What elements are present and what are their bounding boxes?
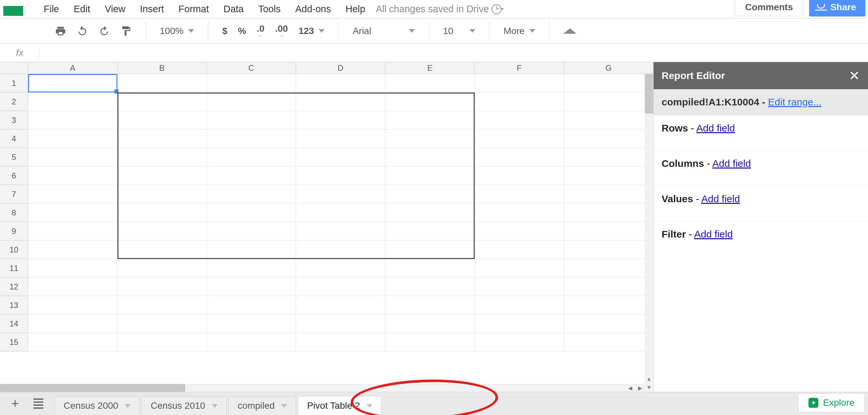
cell[interactable] [207,333,296,352]
cell[interactable] [296,278,385,296]
edit-range-link[interactable]: Edit range... [768,97,822,107]
vertical-scroll-arrows[interactable]: ▲▼ [645,375,653,392]
menu-format[interactable]: Format [172,2,216,16]
cell[interactable] [207,296,296,315]
cell[interactable] [28,130,118,148]
cell[interactable] [564,111,653,130]
cell[interactable] [475,111,564,130]
formula-input[interactable] [40,47,868,58]
sheet-tab-census-2010[interactable]: Census 2010 [142,396,226,415]
cell[interactable] [118,222,207,241]
cell[interactable] [296,130,385,148]
cell[interactable] [564,259,653,278]
share-button[interactable]: Share [809,0,865,16]
cell[interactable] [564,167,653,185]
cell[interactable] [475,148,564,167]
cell[interactable] [296,111,385,130]
paint-format-button[interactable] [115,24,137,39]
cell[interactable] [564,222,653,241]
cell[interactable] [385,259,475,278]
row-header[interactable]: 8 [0,204,28,222]
menu-data[interactable]: Data [216,2,251,16]
cell[interactable] [28,167,118,185]
row-header[interactable]: 11 [0,259,28,278]
cell[interactable] [564,333,653,352]
cell[interactable] [564,315,653,333]
cell[interactable] [207,185,296,204]
cell[interactable] [475,296,564,315]
column-header[interactable]: F [475,62,564,74]
close-panel-button[interactable]: ✕ [849,68,860,83]
explore-button[interactable]: ✦ Explore [798,393,865,412]
column-header[interactable]: C [207,62,296,74]
sheet-tab-compiled[interactable]: compiled [228,396,296,415]
cell[interactable] [385,74,475,93]
zoom-dropdown[interactable]: 100% [154,24,199,38]
cell[interactable] [564,278,653,296]
cell[interactable] [475,222,564,241]
cell[interactable] [118,111,207,130]
cell[interactable] [475,204,564,222]
cell[interactable] [296,148,385,167]
cell[interactable] [207,222,296,241]
menu-add-ons[interactable]: Add-ons [288,2,338,16]
cell[interactable] [564,130,653,148]
row-header[interactable]: 12 [0,278,28,296]
cell[interactable] [564,93,653,111]
row-header[interactable]: 5 [0,148,28,167]
cell[interactable] [475,241,564,259]
cell[interactable] [28,259,118,278]
cell[interactable] [207,278,296,296]
cell[interactable] [207,204,296,222]
cell[interactable] [118,241,207,259]
cell[interactable] [118,204,207,222]
menu-help[interactable]: Help [338,2,372,16]
cell[interactable] [207,167,296,185]
cell[interactable] [28,204,118,222]
row-header[interactable]: 13 [0,296,28,315]
row-header[interactable]: 10 [0,241,28,259]
sheet-tab-pivot-table-2[interactable]: Pivot Table 2 [298,396,381,415]
cell[interactable] [385,241,475,259]
cell[interactable] [296,222,385,241]
add-sheet-button[interactable]: + [11,396,19,411]
cell[interactable] [118,74,207,93]
cell[interactable] [296,315,385,333]
cell[interactable] [385,111,475,130]
cell[interactable] [475,333,564,352]
cell[interactable] [28,315,118,333]
cell[interactable] [118,259,207,278]
cell[interactable] [28,296,118,315]
cell[interactable] [207,259,296,278]
row-header[interactable]: 9 [0,222,28,241]
cell[interactable] [564,74,653,93]
cell[interactable] [28,333,118,352]
cell[interactable] [28,185,118,204]
cell[interactable] [207,241,296,259]
cell[interactable] [564,241,653,259]
cell[interactable] [475,74,564,93]
rows-add-field-link[interactable]: Add field [696,123,735,134]
cell[interactable] [475,315,564,333]
cell[interactable] [118,185,207,204]
menu-tools[interactable]: Tools [251,2,288,16]
cell[interactable] [207,93,296,111]
format-currency-button[interactable]: $ [217,24,233,38]
cell[interactable] [118,130,207,148]
cell[interactable] [28,148,118,167]
cell[interactable] [296,167,385,185]
row-header[interactable]: 4 [0,130,28,148]
cell[interactable] [564,148,653,167]
cell[interactable] [28,278,118,296]
cell[interactable] [118,278,207,296]
decrease-decimal-button[interactable]: .0← [251,22,270,41]
cell[interactable] [207,130,296,148]
undo-button[interactable] [71,24,93,39]
app-sheets-icon[interactable] [3,3,27,16]
menu-file[interactable]: File [36,2,66,16]
column-header[interactable]: G [564,62,653,74]
cell[interactable] [385,278,475,296]
cell[interactable] [385,315,475,333]
menu-edit[interactable]: Edit [66,2,98,16]
menu-insert[interactable]: Insert [133,2,172,16]
